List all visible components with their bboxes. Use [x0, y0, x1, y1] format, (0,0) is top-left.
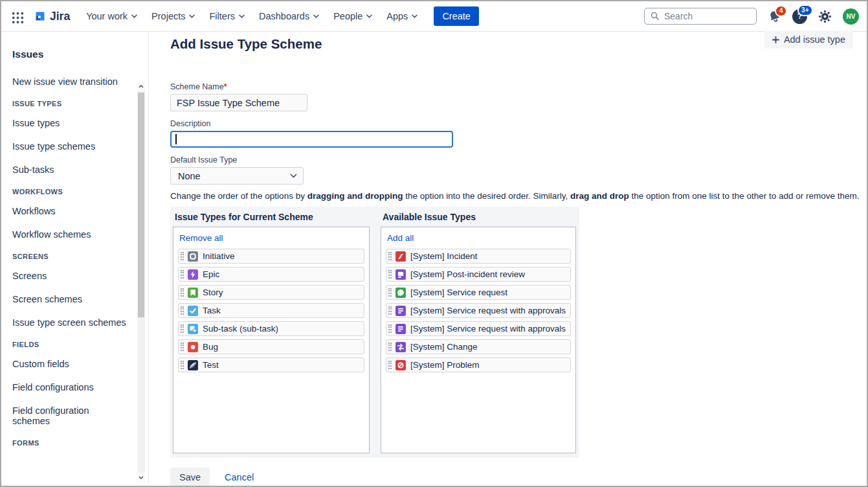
add-issue-type-button[interactable]: Add issue type — [764, 30, 853, 49]
test-icon — [188, 360, 198, 370]
default-issue-type-select[interactable]: None — [170, 167, 304, 185]
sidebar-item-issue-type-schemes[interactable]: Issue type schemes — [12, 141, 129, 152]
nav-menu-your-work[interactable]: Your work — [79, 6, 144, 26]
issue-type-label: Test — [203, 360, 219, 370]
add-all-link[interactable]: Add all — [387, 233, 414, 243]
text-cursor — [175, 134, 177, 144]
sidebar-title: Issues — [1, 32, 148, 60]
nav-menu-dashboards[interactable]: Dashboards — [252, 6, 326, 26]
settings-button[interactable] — [818, 10, 832, 23]
sidebar-item-issue-types[interactable]: Issue types — [12, 118, 129, 128]
problem-icon — [395, 360, 406, 370]
drag-handle-icon[interactable] — [388, 343, 392, 351]
sidebar-item-field-configuration-schemes[interactable]: Field configuration schemes — [12, 405, 129, 426]
drag-handle-icon[interactable] — [388, 288, 392, 297]
nav-menu-apps[interactable]: Apps — [379, 6, 425, 26]
remove-all-link[interactable]: Remove all — [179, 233, 223, 243]
chevron-down-icon — [239, 14, 245, 18]
drag-handle-icon[interactable] — [181, 306, 184, 315]
issue-type-row-system-service-request-with-approvals[interactable]: [System] Service request with approvals — [386, 321, 571, 336]
drag-handle-icon[interactable] — [388, 361, 392, 369]
page-title: Add Issue Type Scheme — [170, 36, 860, 52]
current-scheme-title: Issue Types for Current Scheme — [175, 212, 370, 222]
help-button[interactable]: ? 3+ — [792, 9, 807, 24]
help-badge: 3+ — [797, 5, 813, 16]
subtask-icon — [188, 324, 198, 334]
description-label: Description — [170, 119, 860, 129]
search-box[interactable] — [644, 8, 757, 25]
search-input[interactable] — [664, 11, 742, 21]
drag-handle-icon[interactable] — [388, 324, 392, 333]
search-icon — [651, 12, 660, 21]
issue-type-label: [System] Incident — [410, 251, 478, 261]
main-content: Add issue type Add Issue Type Scheme Sch… — [149, 32, 867, 484]
sidebar-item-field-configurations[interactable]: Field configurations — [12, 382, 129, 392]
sidebar-item-new-issue-view-transition[interactable]: New issue view transition — [12, 76, 129, 87]
drag-handle-icon[interactable] — [181, 252, 184, 260]
incident-icon — [395, 251, 406, 262]
task-icon — [188, 306, 198, 316]
sidebar-item-sub-tasks[interactable]: Sub-tasks — [12, 164, 129, 175]
create-button[interactable]: Create — [434, 6, 479, 26]
chevron-down-icon — [412, 14, 417, 18]
issue-type-label: [System] Change — [410, 342, 478, 352]
issue-type-row-bug[interactable]: Bug — [178, 339, 364, 354]
current-scheme-column: Issue Types for Current Scheme Remove al… — [173, 211, 370, 453]
chevron-down-icon — [290, 174, 297, 178]
sidebar-item-workflow-schemes[interactable]: Workflow schemes — [12, 229, 129, 240]
nav-menu-projects[interactable]: Projects — [144, 6, 202, 26]
description-input[interactable] — [170, 131, 453, 148]
scheme-name-input[interactable] — [170, 94, 307, 111]
app-switcher-button[interactable] — [8, 9, 29, 24]
sidebar-item-issue-type-screen-schemes[interactable]: Issue type screen schemes — [12, 317, 129, 328]
sidebar-scrollbar[interactable] — [137, 82, 145, 482]
scheme-name-label: Scheme Name* — [170, 82, 860, 92]
issue-type-row-epic[interactable]: Epic — [178, 267, 364, 282]
cancel-button[interactable]: Cancel — [225, 472, 254, 482]
issue-type-row-system-incident[interactable]: [System] Incident — [386, 249, 571, 264]
sidebar-item-screen-schemes[interactable]: Screen schemes — [12, 294, 129, 304]
jira-logo-icon — [30, 6, 50, 26]
drag-handle-icon[interactable] — [181, 343, 184, 351]
sidebar-item-workflows[interactable]: Workflows — [12, 206, 129, 216]
drag-handle-icon[interactable] — [388, 252, 392, 260]
drag-handle-icon[interactable] — [388, 270, 392, 278]
scroll-up-arrow-icon[interactable] — [137, 82, 145, 91]
issue-type-lists-panel: Issue Types for Current Scheme Remove al… — [170, 207, 579, 458]
sidebar-section-forms: FORMS — [12, 439, 129, 447]
issue-type-row-task[interactable]: Task — [178, 303, 364, 318]
nav-menu-filters[interactable]: Filters — [202, 6, 251, 26]
drag-drop-instructions: Change the order of the options by dragg… — [170, 190, 860, 201]
issue-type-row-system-service-request[interactable]: [System] Service request — [386, 285, 571, 300]
issue-type-row-test[interactable]: Test — [178, 357, 364, 372]
drag-handle-icon[interactable] — [181, 361, 184, 369]
issue-type-row-sub-task-sub-task[interactable]: Sub-task (sub-task) — [178, 321, 364, 336]
issue-type-row-story[interactable]: Story — [178, 285, 364, 300]
drag-handle-icon[interactable] — [181, 324, 184, 333]
issue-type-row-system-post-incident-review[interactable]: [System] Post-incident review — [386, 267, 571, 282]
drag-handle-icon[interactable] — [388, 306, 392, 315]
issue-type-row-system-change[interactable]: [System] Change — [386, 339, 571, 354]
issue-type-row-system-service-request-with-approvals[interactable]: [System] Service request with approvals — [386, 303, 571, 318]
nav-menu-people[interactable]: People — [326, 6, 379, 26]
issue-type-label: [System] Service request with approvals — [410, 306, 566, 315]
issue-type-label: [System] Service request — [410, 288, 507, 297]
bug-icon — [188, 342, 198, 352]
issue-type-row-system-problem[interactable]: [System] Problem — [386, 357, 571, 372]
scroll-down-arrow-icon[interactable] — [137, 473, 145, 482]
avatar[interactable]: NV — [843, 8, 859, 25]
admin-sidebar: Issues New issue view transitionISSUE TY… — [1, 32, 149, 484]
notifications-button[interactable]: 4 — [768, 10, 781, 23]
scrollbar-thumb[interactable] — [138, 93, 144, 317]
sidebar-section-screens: SCREENS — [12, 253, 129, 261]
sidebar-item-custom-fields[interactable]: Custom fields — [12, 359, 129, 369]
drag-handle-icon[interactable] — [181, 288, 184, 297]
issue-type-row-initiative[interactable]: Initiative — [178, 249, 364, 264]
issue-type-label: [System] Problem — [410, 360, 480, 370]
change-icon — [395, 342, 406, 352]
sidebar-item-screens[interactable]: Screens — [12, 271, 129, 281]
save-button[interactable]: Save — [170, 468, 210, 487]
sidebar-section-fields: FIELDS — [12, 341, 129, 349]
jira-logo[interactable]: Jira — [29, 9, 79, 23]
drag-handle-icon[interactable] — [181, 270, 184, 278]
